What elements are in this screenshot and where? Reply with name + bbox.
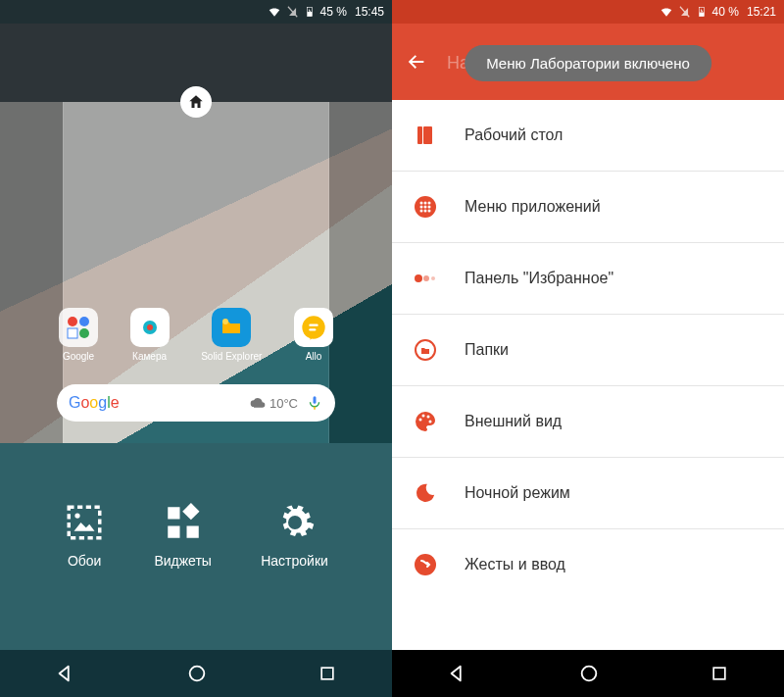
home-page-indicator[interactable] [180, 86, 212, 118]
toast-message: Меню Лаборатории включено [465, 45, 711, 81]
settings-item-appearance[interactable]: Внешний вид [392, 386, 784, 458]
settings-item-app-drawer[interactable]: Меню приложений [392, 172, 784, 243]
svg-point-34 [424, 210, 427, 213]
settings-item-folders[interactable]: Папки [392, 315, 784, 386]
item-label: Папки [465, 341, 509, 359]
top-panel [0, 24, 392, 102]
svg-point-3 [79, 317, 89, 326]
back-arrow-icon[interactable] [406, 51, 427, 73]
svg-point-37 [423, 275, 429, 281]
item-label: Ночной режим [465, 484, 570, 502]
item-label: Жесты и ввод [465, 556, 565, 573]
settings-item-desktop[interactable]: Рабочий стол [392, 100, 784, 172]
wallpapers-label: Обои [68, 553, 102, 569]
widgets-label: Виджеты [154, 553, 212, 569]
item-label: Внешний вид [465, 413, 562, 430]
nav-bar [0, 650, 392, 697]
weather-chip[interactable]: 10°C [250, 395, 298, 411]
svg-point-9 [302, 316, 324, 338]
google-search-widget[interactable]: Google 10°C [57, 384, 335, 422]
mic-icon[interactable] [306, 394, 323, 412]
svg-point-33 [420, 210, 423, 213]
item-label: Панель "Избранное" [465, 270, 613, 287]
home-icon [187, 93, 205, 111]
moon-icon [414, 481, 437, 505]
svg-point-7 [147, 324, 153, 330]
camera-icon [130, 308, 170, 347]
svg-rect-24 [417, 126, 422, 144]
svg-point-8 [222, 319, 228, 324]
svg-point-45 [582, 667, 597, 681]
svg-point-41 [422, 415, 425, 418]
back-button[interactable] [55, 663, 76, 684]
folders-icon [414, 338, 437, 362]
allo-icon [294, 308, 333, 347]
svg-rect-23 [699, 13, 704, 17]
wallpaper-icon [64, 502, 105, 543]
home-button[interactable] [578, 663, 600, 684]
app-solid-explorer[interactable]: Solid Explorer [201, 308, 262, 362]
wallpapers-button[interactable]: Обои [64, 502, 105, 569]
app-google-folder[interactable]: Google [59, 308, 98, 362]
status-bar: 40 % 15:21 [392, 0, 784, 24]
svg-point-44 [415, 554, 436, 575]
app-label: Google [63, 351, 94, 362]
app-camera[interactable]: Камера [130, 308, 170, 362]
svg-rect-17 [168, 526, 179, 538]
battery-percent: 45 % [320, 5, 347, 19]
home-button[interactable] [186, 663, 208, 684]
svg-point-38 [431, 276, 435, 280]
desktop-preview[interactable]: Google Камера Solid Explorer Allo [0, 102, 392, 443]
app-allo[interactable]: Allo [294, 308, 333, 362]
google-logo: Google [69, 394, 120, 412]
apps-row: Google Камера Solid Explorer Allo [59, 308, 333, 362]
settings-item-dock[interactable]: Панель "Избранное" [392, 243, 784, 315]
svg-rect-18 [186, 526, 198, 538]
svg-point-29 [428, 202, 431, 205]
app-label: Камера [132, 351, 167, 362]
svg-rect-19 [182, 503, 199, 520]
phone-nova-settings: 40 % 15:21 Настройки Nova Меню Лаборатор… [392, 0, 784, 697]
svg-rect-16 [168, 507, 179, 519]
svg-point-40 [419, 419, 422, 422]
settings-header: Настройки Nova Меню Лаборатории включено [392, 24, 784, 100]
svg-rect-14 [69, 507, 100, 538]
settings-item-gestures[interactable]: Жесты и ввод [392, 529, 784, 600]
svg-point-27 [420, 202, 423, 205]
palette-icon [414, 410, 437, 433]
wifi-icon [660, 5, 673, 19]
app-label: Solid Explorer [201, 351, 262, 362]
svg-point-15 [75, 513, 80, 518]
svg-point-31 [424, 206, 427, 209]
gestures-icon [414, 553, 437, 576]
svg-point-5 [79, 328, 89, 338]
toast-text: Меню Лаборатории включено [486, 55, 690, 72]
clock: 15:45 [355, 5, 384, 19]
back-button[interactable] [447, 663, 468, 684]
folder-icon [59, 308, 98, 347]
widgets-button[interactable]: Виджеты [154, 502, 212, 569]
widgets-icon [163, 502, 204, 543]
svg-point-2 [68, 317, 77, 326]
svg-rect-4 [68, 328, 77, 338]
no-sim-icon [677, 5, 691, 19]
app-drawer-icon [414, 195, 437, 219]
recents-button[interactable] [318, 664, 337, 683]
launcher-actions-panel: Обои Виджеты Настройки [0, 443, 392, 650]
item-label: Меню приложений [465, 198, 601, 216]
phone-home-edit: 45 % 15:45 Google [0, 0, 392, 697]
svg-point-32 [428, 206, 431, 209]
status-bar: 45 % 15:45 [0, 0, 392, 24]
desktop-icon [414, 124, 437, 147]
cloud-icon [250, 395, 266, 411]
svg-rect-11 [309, 328, 316, 330]
settings-button[interactable]: Настройки [261, 502, 328, 569]
battery-percent: 40 % [712, 5, 739, 19]
recents-button[interactable] [710, 664, 729, 683]
svg-point-35 [428, 210, 431, 213]
svg-rect-25 [423, 126, 432, 144]
battery-charging-icon [695, 5, 709, 19]
svg-point-43 [429, 421, 432, 423]
settings-item-night-mode[interactable]: Ночной режим [392, 458, 784, 529]
gear-icon [274, 502, 316, 543]
